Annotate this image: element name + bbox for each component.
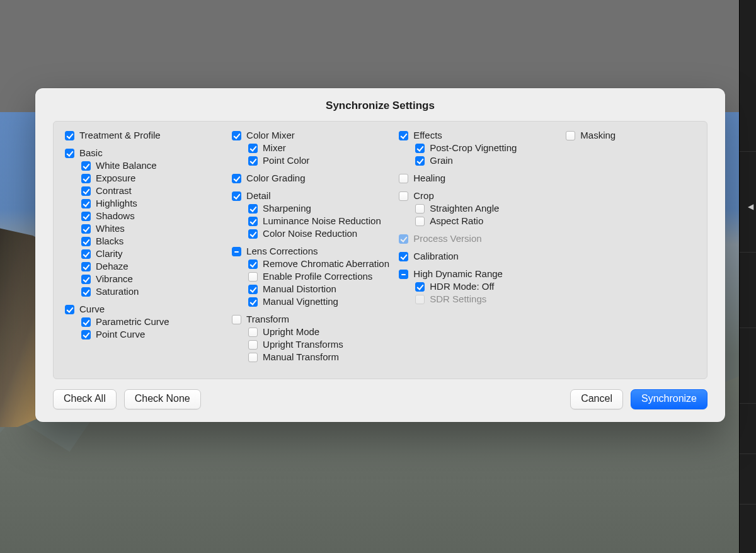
- checkbox-aspect-ratio[interactable]: [415, 217, 425, 226]
- sub-option-whites[interactable]: Whites: [65, 222, 227, 235]
- checkbox-color-noise-reduction[interactable]: [248, 229, 258, 239]
- check-none-button[interactable]: Check None: [124, 389, 201, 409]
- sub-option-color-noise-reduction[interactable]: Color Noise Reduction: [232, 227, 394, 240]
- sub-option-exposure[interactable]: Exposure: [65, 172, 227, 185]
- sub-option-straighten-angle[interactable]: Straighten Angle: [399, 202, 561, 215]
- sub-option-post-crop-vignetting[interactable]: Post-Crop Vignetting: [399, 142, 561, 154]
- checkbox-transform[interactable]: [232, 315, 241, 324]
- option-transform[interactable]: Transform: [232, 313, 394, 326]
- option-effects[interactable]: Effects: [399, 129, 561, 142]
- checkbox-point-curve[interactable]: [81, 330, 91, 339]
- checkbox-luminance-noise-reduction[interactable]: [248, 217, 258, 226]
- checkbox-color-grading[interactable]: [232, 174, 241, 183]
- checkbox-whites[interactable]: [81, 224, 91, 234]
- sub-option-parametric-curve[interactable]: Parametric Curve: [65, 316, 227, 328]
- cancel-button[interactable]: Cancel: [570, 389, 623, 409]
- check-all-button[interactable]: Check All: [53, 389, 117, 409]
- option-color-grading[interactable]: Color Grading: [232, 172, 394, 185]
- checkbox-dehaze[interactable]: [81, 262, 91, 271]
- option-healing[interactable]: Healing: [399, 172, 561, 185]
- checkbox-upright-mode[interactable]: [248, 328, 258, 337]
- checkbox-treatment-profile[interactable]: [65, 131, 74, 140]
- sub-option-upright-transforms[interactable]: Upright Transforms: [232, 338, 394, 351]
- label-curve: Curve: [74, 303, 105, 316]
- sub-option-luminance-noise-reduction[interactable]: Luminance Noise Reduction: [232, 215, 394, 227]
- group-treatment-profile: Treatment & Profile: [65, 129, 227, 142]
- checkbox-exposure[interactable]: [81, 174, 91, 183]
- sub-option-aspect-ratio[interactable]: Aspect Ratio: [399, 215, 561, 227]
- checkbox-process-version: [399, 234, 408, 244]
- checkbox-manual-vignetting[interactable]: [248, 297, 258, 307]
- checkbox-color-mixer[interactable]: [232, 131, 241, 140]
- checkbox-straighten-angle[interactable]: [415, 204, 425, 214]
- sub-option-manual-transform[interactable]: Manual Transform: [232, 351, 394, 363]
- sub-option-mixer[interactable]: Mixer: [232, 142, 394, 154]
- sub-option-dehaze[interactable]: Dehaze: [65, 260, 227, 273]
- sub-option-hdr-mode-off[interactable]: HDR Mode: Off: [399, 280, 561, 293]
- sub-option-blacks[interactable]: Blacks: [65, 235, 227, 248]
- option-high-dynamic-range[interactable]: High Dynamic Range: [399, 268, 561, 280]
- sub-option-enable-profile-corrections[interactable]: Enable Profile Corrections: [232, 270, 394, 283]
- option-calibration[interactable]: Calibration: [399, 250, 561, 263]
- dialog-footer: Check All Check None Cancel Synchronize: [35, 379, 725, 422]
- sub-option-saturation[interactable]: Saturation: [65, 285, 227, 298]
- checkbox-contrast[interactable]: [81, 186, 91, 196]
- checkbox-lens-corrections[interactable]: [232, 247, 241, 256]
- checkbox-blacks[interactable]: [81, 237, 91, 246]
- checkbox-basic[interactable]: [65, 149, 74, 158]
- checkbox-parametric-curve[interactable]: [81, 317, 91, 327]
- checkbox-high-dynamic-range[interactable]: [399, 270, 408, 279]
- sub-option-contrast[interactable]: Contrast: [65, 185, 227, 197]
- checkbox-mixer[interactable]: [248, 144, 258, 153]
- checkbox-curve[interactable]: [65, 305, 74, 314]
- checkbox-effects[interactable]: [399, 131, 408, 140]
- sub-option-manual-distortion[interactable]: Manual Distortion: [232, 283, 394, 295]
- checkbox-manual-transform[interactable]: [248, 353, 258, 362]
- label-basic: Basic: [74, 147, 103, 159]
- checkbox-masking[interactable]: [566, 131, 575, 140]
- checkbox-crop[interactable]: [399, 191, 408, 201]
- checkbox-sharpening[interactable]: [248, 204, 258, 214]
- sub-option-manual-vignetting[interactable]: Manual Vignetting: [232, 295, 394, 308]
- checkbox-grain[interactable]: [415, 156, 425, 166]
- option-basic[interactable]: Basic: [65, 147, 227, 159]
- sub-option-vibrance[interactable]: Vibrance: [65, 273, 227, 285]
- checkbox-hdr-mode-off[interactable]: [415, 282, 425, 292]
- checkbox-point-color[interactable]: [248, 156, 258, 166]
- checkbox-manual-distortion[interactable]: [248, 285, 258, 294]
- sub-option-shadows[interactable]: Shadows: [65, 210, 227, 222]
- option-lens-corrections[interactable]: Lens Corrections: [232, 245, 394, 258]
- sub-option-grain[interactable]: Grain: [399, 154, 561, 167]
- option-treatment-profile[interactable]: Treatment & Profile: [65, 129, 227, 142]
- option-color-mixer[interactable]: Color Mixer: [232, 129, 394, 142]
- checkbox-enable-profile-corrections[interactable]: [248, 272, 258, 282]
- panel-collapse-icon[interactable]: ◀: [748, 202, 753, 211]
- checkbox-clarity[interactable]: [81, 249, 91, 259]
- column-1: Treatment & ProfileBasicWhite BalanceExp…: [65, 129, 227, 368]
- checkbox-healing[interactable]: [399, 174, 408, 183]
- sub-option-upright-mode[interactable]: Upright Mode: [232, 326, 394, 338]
- checkbox-saturation[interactable]: [81, 287, 91, 297]
- checkbox-vibrance[interactable]: [81, 275, 91, 284]
- checkbox-calibration[interactable]: [399, 252, 408, 261]
- sub-option-white-balance[interactable]: White Balance: [65, 159, 227, 172]
- checkbox-detail[interactable]: [232, 191, 241, 201]
- checkbox-remove-chromatic-aberration[interactable]: [248, 259, 258, 269]
- sub-option-sharpening[interactable]: Sharpening: [232, 202, 394, 215]
- sub-option-clarity[interactable]: Clarity: [65, 248, 227, 260]
- checkbox-post-crop-vignetting[interactable]: [415, 144, 425, 153]
- option-curve[interactable]: Curve: [65, 303, 227, 316]
- checkbox-upright-transforms[interactable]: [248, 340, 258, 350]
- checkbox-white-balance[interactable]: [81, 161, 91, 171]
- option-masking[interactable]: Masking: [566, 129, 696, 142]
- sub-option-point-curve[interactable]: Point Curve: [65, 328, 227, 341]
- sub-option-remove-chromatic-aberration[interactable]: Remove Chromatic Aberration: [232, 258, 394, 270]
- label-color-noise-reduction: Color Noise Reduction: [258, 227, 357, 240]
- checkbox-shadows[interactable]: [81, 212, 91, 221]
- sub-option-point-color[interactable]: Point Color: [232, 154, 394, 167]
- sub-option-highlights[interactable]: Highlights: [65, 197, 227, 210]
- synchronize-button[interactable]: Synchronize: [631, 389, 707, 409]
- option-crop[interactable]: Crop: [399, 190, 561, 202]
- option-detail[interactable]: Detail: [232, 190, 394, 202]
- checkbox-highlights[interactable]: [81, 199, 91, 208]
